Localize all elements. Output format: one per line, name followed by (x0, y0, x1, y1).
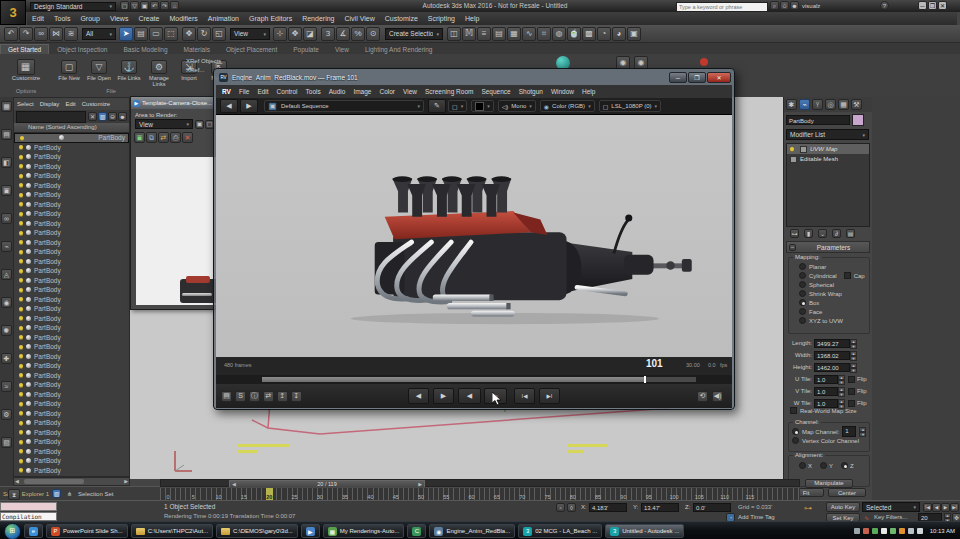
visibility-bulb-icon[interactable] (19, 307, 23, 311)
spinner[interactable]: ▲▼ (850, 363, 857, 372)
axis-radio-y[interactable]: Y (820, 462, 833, 469)
list-item[interactable]: PartBody (14, 380, 129, 390)
mapping-radio-face[interactable]: Face (789, 307, 869, 316)
play-backward-button[interactable]: ◀ (458, 388, 481, 404)
parameters-rollout-header[interactable]: − Parameters (786, 241, 870, 253)
visibility-bulb-icon[interactable] (19, 449, 23, 453)
visibility-bulb-icon[interactable] (19, 288, 23, 292)
panel-icon-layer[interactable]: ▤ (1, 129, 12, 140)
radio-icon[interactable] (799, 263, 806, 270)
record-dot-icon[interactable] (700, 58, 708, 66)
explorer-search-input[interactable] (16, 111, 86, 123)
window-crossing-icon[interactable]: ⬚ (164, 27, 178, 41)
rv-menu-view[interactable]: View (399, 85, 421, 98)
timeline-ruler[interactable]: 0510152025303540455055606570758085909510… (160, 487, 800, 501)
loop-mode-icon[interactable]: ⟲ (697, 391, 708, 402)
clear-image-icon[interactable]: ✕ (182, 132, 193, 143)
selection-lock-icon[interactable]: ◊ (567, 503, 576, 512)
menu-item-animation[interactable]: Animation (203, 13, 244, 25)
list-item[interactable]: PartBody (14, 295, 129, 305)
spinner-snap-icon[interactable]: ⊙ (366, 27, 380, 41)
maxscript-mini-listener-white[interactable]: Compilation (0, 512, 57, 521)
radio-icon[interactable] (799, 299, 806, 306)
radio-icon[interactable] (799, 272, 806, 279)
map-channel-radio-row[interactable]: Map Channel: 1 ▲▼ (789, 427, 869, 436)
tray-volume-icon[interactable] (917, 528, 923, 534)
list-item[interactable]: PartBody (14, 371, 129, 381)
panel-icon-container[interactable]: ▧ (1, 437, 12, 448)
visibility-bulb-icon[interactable] (19, 297, 23, 301)
mapping-radio-cylindrical[interactable]: CylindricalCap (789, 271, 869, 280)
explorer-menu-select[interactable]: Select (14, 98, 37, 110)
play-animation-icon[interactable]: ▶ (941, 503, 950, 512)
scroll-thumb[interactable] (24, 479, 84, 484)
go-to-start-button[interactable]: I◀ (514, 388, 535, 404)
tab-utilities[interactable]: ⚒ (851, 99, 862, 110)
visibility-bulb-icon[interactable] (19, 278, 23, 282)
area-to-render-select[interactable]: View▾ (135, 119, 193, 129)
explorer-menu-edit[interactable]: Edit (62, 98, 78, 110)
taskbar-item-media[interactable]: ▶ (301, 524, 320, 538)
go-to-start-icon[interactable]: I◀ (923, 503, 932, 512)
visibility-bulb-icon[interactable] (19, 145, 23, 149)
rv-menu-rv[interactable]: RV (218, 85, 235, 98)
search-input[interactable] (676, 2, 768, 12)
ribbon-tab-basic-modeling[interactable]: Basic Modeling (115, 44, 175, 54)
list-item[interactable]: PartBody (14, 323, 129, 333)
param-field-height[interactable]: Height:1462.00▲▼ (786, 361, 871, 373)
max-logo[interactable]: 3 (0, 0, 26, 25)
visibility-bulb-icon[interactable] (19, 174, 23, 178)
taskbar-item-my-renderings-auto[interactable]: ▦My Renderings-Auto... (323, 524, 405, 538)
selection-filter-select[interactable]: All▾ (82, 28, 116, 40)
value-field[interactable]: 1.0 (814, 387, 838, 396)
scale-icon[interactable]: ◱ (212, 27, 226, 41)
tray-orange-icon[interactable] (899, 528, 905, 534)
taskbar-item-ie[interactable]: e (24, 524, 43, 538)
rv-scrub-bar[interactable] (216, 375, 732, 384)
y-field[interactable]: 13.47' (641, 503, 679, 512)
list-item[interactable]: PartBody (14, 390, 129, 400)
xref-button[interactable]: XRef... (186, 67, 204, 73)
menu-item-create[interactable]: Create (133, 13, 164, 25)
select-object-icon[interactable]: ➤ (119, 27, 133, 41)
copy-image-icon[interactable]: ⧉ (146, 132, 157, 143)
manage-links-button[interactable]: ⚙Manage Links (146, 56, 172, 87)
rotate-icon[interactable]: ↻ (197, 27, 211, 41)
spinner[interactable]: ▲▼ (850, 351, 857, 360)
rv-maximize-button[interactable]: ❐ (688, 72, 706, 83)
help-icon[interactable]: ? (880, 1, 889, 10)
value-field[interactable]: 3499.27 (814, 339, 850, 348)
project-folder-icon[interactable]: ⌂ (170, 1, 179, 10)
menu-item-rendering[interactable]: Rendering (297, 13, 339, 25)
menu-item-edit[interactable]: Edit (27, 13, 49, 25)
edit-named-selections-icon[interactable]: ◫ (447, 27, 461, 41)
user-icon[interactable]: ☻ (790, 1, 799, 10)
tab-display[interactable]: ▦ (838, 99, 849, 110)
menu-item-civil-view[interactable]: Civil View (339, 13, 379, 25)
menu-item-help[interactable]: Help (460, 13, 484, 25)
menu-item-customize[interactable]: Customize (380, 13, 423, 25)
selection-set-label[interactable]: Selection Set (78, 491, 113, 497)
save-file-icon[interactable]: ▣ (140, 1, 149, 10)
visibility-bulb-icon[interactable] (19, 326, 23, 330)
select-manipulate-icon[interactable]: ✥ (288, 27, 302, 41)
rv-menu-shotgun[interactable]: Shotgun (515, 85, 547, 98)
rv-titlebar[interactable]: RV Engine_Anim_RedBlack.mov — Frame 101 … (214, 69, 734, 85)
maximize-button[interactable]: ❐ (928, 1, 937, 10)
make-unique-icon[interactable]: ⌄ (818, 229, 827, 238)
list-item[interactable]: PartBody (14, 200, 129, 210)
list-item[interactable]: PartBody (14, 219, 129, 229)
list-item[interactable]: PartBody (14, 342, 129, 352)
graphite-ribbon-icon[interactable]: ▦ (507, 27, 521, 41)
panel-icon-space[interactable]: ≈ (1, 381, 12, 392)
clone-window-icon[interactable]: ⇄ (158, 132, 169, 143)
rv-video-area[interactable] (216, 115, 732, 357)
list-item[interactable]: PartBody (14, 190, 129, 200)
keyboard-shortcut-icon[interactable]: ◪ (303, 27, 317, 41)
visibility-bulb-icon[interactable] (19, 183, 23, 187)
visibility-bulb-icon[interactable] (19, 345, 23, 349)
list-item[interactable]: PartBody (14, 409, 129, 419)
ribbon-tab-view[interactable]: View (327, 44, 357, 54)
ribbon-tab-object-placement[interactable]: Object Placement (218, 44, 285, 54)
list-item[interactable]: PartBody (14, 266, 129, 276)
